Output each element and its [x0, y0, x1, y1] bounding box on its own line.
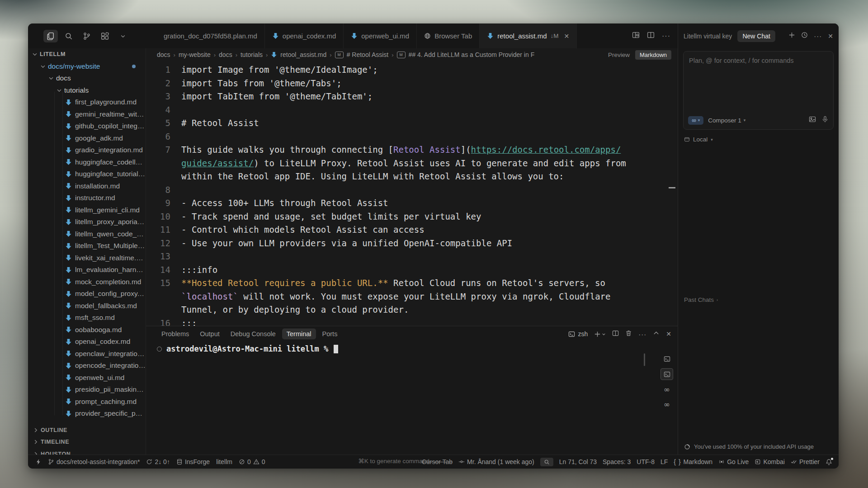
source-control-icon[interactable]	[80, 30, 94, 42]
file-huggingface-tutorial-md[interactable]: huggingface_tutorial.md	[28, 168, 146, 180]
explorer-icon[interactable]	[43, 30, 58, 42]
model-mode-selector[interactable]: ∞▾	[688, 116, 703, 125]
composer-input[interactable]	[684, 52, 833, 112]
notifications-bell-icon[interactable]	[826, 459, 832, 465]
panel-tab-ports[interactable]: Ports	[318, 328, 342, 339]
search-icon[interactable]	[61, 30, 76, 42]
terminal-scrollbar[interactable]	[644, 353, 645, 366]
code-line[interactable]: 2import Tabs from '@theme/Tabs';	[146, 77, 678, 90]
breadcrumb-item[interactable]: # Retool Assist	[347, 51, 389, 58]
preview-button[interactable]: Preview	[608, 52, 630, 58]
split-editor-icon[interactable]	[647, 31, 655, 41]
code-line[interactable]: 13	[146, 250, 678, 263]
file-first-playground-md[interactable]: first_playground.md	[28, 96, 146, 108]
code-line[interactable]: 1import Image from '@theme/IdealImage';	[146, 63, 678, 77]
panel-tab-debug-console[interactable]: Debug Console	[226, 328, 280, 339]
code-line[interactable]: 3import TabItem from '@theme/TabItem';	[146, 90, 678, 103]
code-line[interactable]: 4	[146, 103, 678, 117]
panel-more-icon[interactable]: ···	[814, 32, 822, 40]
tab-close-icon[interactable]: ✕	[564, 33, 570, 40]
breadcrumb-item[interactable]: ## 4. Add LiteLLM as a Custom Provider i…	[409, 51, 535, 58]
file-huggingface-codellama-[interactable]: huggingface_codellama...	[28, 156, 146, 169]
workspace-root[interactable]: LITELLM	[28, 48, 146, 61]
file-openweb-ui-md[interactable]: openweb_ui.md	[28, 372, 146, 384]
code-editor[interactable]: 1import Image from '@theme/IdealImage';2…	[146, 61, 678, 326]
remote-indicator-icon[interactable]	[35, 459, 42, 465]
folder-tutorials[interactable]: tutorials	[28, 84, 146, 97]
panel-tab-output[interactable]: Output	[195, 328, 224, 339]
section-houston[interactable]: HOUSTON	[28, 448, 146, 455]
code-line[interactable]: 10- Track spend and usage, set budget li…	[146, 210, 678, 224]
file-lm-evaluation-harness-[interactable]: lm_evaluation_harness...	[28, 264, 146, 276]
kill-terminal-icon[interactable]	[625, 330, 632, 338]
eol-indicator[interactable]: LF	[660, 458, 668, 465]
terminal-instance-icon-active[interactable]	[660, 368, 673, 380]
code-line[interactable]: within the Retool app IDE. Using LiteLLM…	[146, 170, 678, 183]
terminal-more-icon[interactable]: ···	[638, 330, 646, 338]
code-line[interactable]: guides/assist/) to LiteLLM Proxy. Retool…	[146, 157, 678, 170]
panel-tab-terminal[interactable]: Terminal	[282, 328, 316, 339]
breadcrumb-item[interactable]: my-website	[179, 51, 211, 58]
composer-terminal-icon[interactable]: ∞	[661, 399, 673, 410]
file-model-fallbacks-md[interactable]: model_fallbacks.md	[28, 300, 146, 312]
shell-indicator[interactable]: zsh	[568, 330, 588, 338]
breadcrumb-item[interactable]: docs	[157, 51, 170, 58]
editor-tab-retool-assist-md[interactable]: retool_assist.md↓M✕	[480, 23, 577, 48]
file-livekit-xai-realtime-md[interactable]: livekit_xai_realtime.md	[28, 252, 146, 264]
code-line[interactable]: 12- Use your own LLM providers via a uni…	[146, 237, 678, 250]
file-oobabooga-md[interactable]: oobabooga.md	[28, 324, 146, 336]
file-opencode-integration-md[interactable]: opencode_integration.md	[28, 360, 146, 372]
open-preview-icon[interactable]	[632, 31, 640, 41]
file-litellm-qwen-code-cli-md[interactable]: litellm_qwen_code_cli.md	[28, 228, 146, 240]
file-presidio-pii-masking-md[interactable]: presidio_pii_masking.md	[28, 384, 146, 396]
markdown-mode-button[interactable]: Markdown	[635, 50, 671, 60]
editor-tab-browser-tab[interactable]: Browser Tab	[417, 23, 480, 48]
file-mock-completion-md[interactable]: mock_completion.md	[28, 276, 146, 288]
new-chat-tab[interactable]: New Chat	[737, 30, 775, 42]
code-line[interactable]: 16:::	[146, 317, 678, 326]
code-line[interactable]: 9- Access 100+ LLMs through Retool Assis…	[146, 197, 678, 210]
terminal-instance-icon[interactable]	[661, 353, 673, 364]
file-prompt-caching-md[interactable]: prompt_caching.md	[28, 396, 146, 408]
file-google-adk-md[interactable]: google_adk.md	[28, 132, 146, 145]
code-line[interactable]: Tunnel, or by deploying to a cloud provi…	[146, 303, 678, 317]
code-line[interactable]: 5# Retool Assist	[146, 117, 678, 130]
file-litellm-proxy-aporia-md[interactable]: litellm_proxy_aporia.md	[28, 216, 146, 228]
file-openai-codex-md[interactable]: openai_codex.md	[28, 336, 146, 348]
language-mode-indicator[interactable]: { }Markdown	[674, 458, 712, 465]
extensions-icon[interactable]	[98, 30, 112, 42]
editor-tab-openai-codex-md[interactable]: openai_codex.md	[265, 23, 344, 48]
code-line[interactable]: 7This guide walks you through connecting…	[146, 143, 678, 157]
terminal-body[interactable]: astrodevil@Astro-Mac-mini litellm % ⌘K t…	[146, 342, 678, 455]
breadcrumb-item[interactable]: docs	[219, 51, 232, 58]
editor-tab-gration-doc-d075fd58-plan-md[interactable]: gration_doc_d075fd58.plan.md	[161, 23, 265, 48]
split-terminal-icon[interactable]	[612, 330, 619, 338]
file-model-config-proxy-md[interactable]: model_config_proxy.md	[28, 288, 146, 300]
file-openclaw-integration-md[interactable]: openclaw_integration.md	[28, 348, 146, 360]
breadcrumb-item[interactable]: tutorials	[241, 51, 263, 58]
panel-close-icon[interactable]: ✕	[828, 33, 833, 40]
file-litellm-gemini-cli-md[interactable]: litellm_gemini_cli.md	[28, 204, 146, 216]
prettier-button[interactable]: Prettier	[791, 458, 820, 465]
code-line[interactable]: 6	[146, 130, 678, 144]
code-line[interactable]: 14:::info	[146, 263, 678, 277]
folder-docs-my-website[interactable]: docs/my-website	[28, 61, 146, 73]
section-timeline[interactable]: TIMELINE	[28, 436, 146, 448]
chevron-down-icon[interactable]	[116, 30, 130, 42]
file-instructor-md[interactable]: instructor.md	[28, 192, 146, 204]
composer-terminal-icon[interactable]: ∞	[661, 384, 673, 395]
file-msft-sso-md[interactable]: msft_sso.md	[28, 312, 146, 324]
code-line[interactable]: `localhost` will not work. You must expo…	[146, 290, 678, 304]
file-github-copilot-integrati-[interactable]: github_copilot_integrati...	[28, 120, 146, 132]
maximize-panel-icon[interactable]	[653, 330, 660, 338]
breadcrumb-item[interactable]: retool_assist.md	[280, 51, 326, 58]
chat-history-icon[interactable]	[801, 32, 808, 40]
code-line[interactable]: 8	[146, 183, 678, 197]
file-gemini-realtime-with-a-[interactable]: gemini_realtime_with_a...	[28, 108, 146, 121]
agent-selector[interactable]: Composer 1▾	[708, 117, 745, 124]
add-chat-icon[interactable]	[788, 32, 795, 40]
file-provider-specific-para-[interactable]: provider_specific_para...	[28, 408, 146, 420]
previous-chat-tab[interactable]: Litellm virtual key	[684, 33, 732, 40]
more-actions-icon[interactable]: ···	[662, 32, 670, 40]
close-panel-icon[interactable]: ✕	[666, 330, 671, 338]
